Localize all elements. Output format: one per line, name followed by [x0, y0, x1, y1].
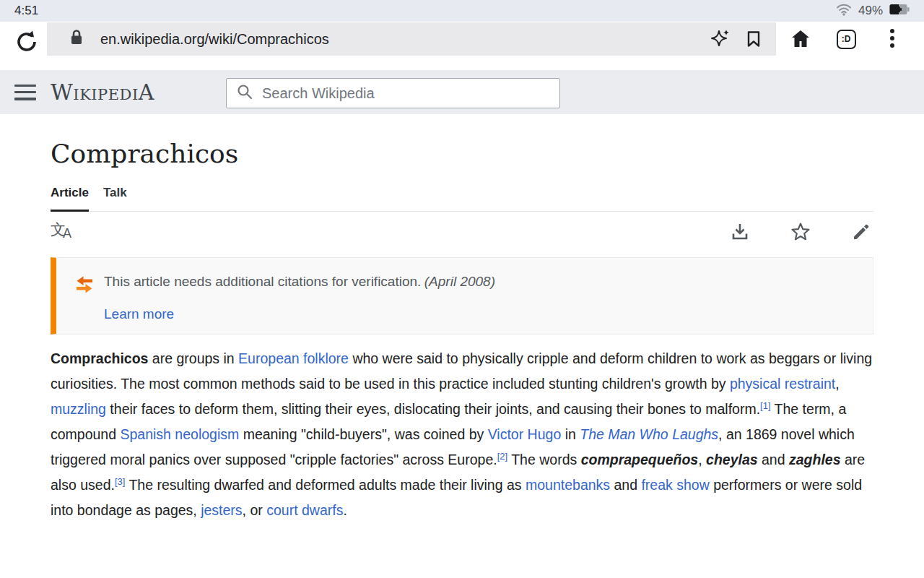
search-input[interactable] [262, 85, 559, 102]
paragraph-text: and [758, 452, 789, 467]
download-button[interactable] [728, 220, 752, 244]
screen: 4:51 49% [0, 0, 924, 578]
tab-count: :D [837, 30, 856, 49]
paragraph-text: comprapequeños [581, 452, 699, 467]
inline-link[interactable]: muzzling [51, 401, 106, 417]
tab-switcher-button[interactable]: :D [829, 22, 863, 56]
clock: 4:51 [14, 4, 38, 18]
paragraph-text: Comprachicos [51, 350, 148, 366]
inline-link[interactable]: European folklore [238, 350, 349, 366]
reference-link[interactable]: [1] [760, 400, 770, 411]
android-nav-bar [0, 532, 924, 578]
inline-link[interactable]: Victor Hugo [488, 426, 562, 442]
status-bar: 4:51 49% [0, 0, 924, 22]
battery-charging-icon [889, 4, 910, 18]
url-bar[interactable]: en.wikipedia.org/wiki/Comprachicos [47, 22, 776, 56]
citation-arrows-icon [74, 274, 95, 298]
paragraph-text: The words [507, 452, 581, 467]
paragraph-text: , [835, 376, 839, 392]
language-icon: 文A [51, 221, 75, 243]
reload-button[interactable] [14, 30, 39, 54]
paragraph-text: are groups in [148, 350, 238, 366]
tab-talk[interactable]: Talk [103, 186, 127, 211]
language-button[interactable]: 文A [51, 220, 75, 244]
search-icon [236, 83, 253, 103]
wikipedia-wordmark[interactable]: WikipediA [51, 79, 154, 105]
paragraph-text: The resulting dwarfed and deformed adult… [125, 477, 526, 493]
paragraph-text: their faces to deform them, slitting the… [106, 401, 760, 417]
wifi-icon [836, 3, 852, 19]
banner-message: This article needs additional citations … [104, 274, 421, 289]
paragraph-text: , or [243, 502, 267, 518]
inline-link[interactable]: physical restraint [730, 376, 835, 392]
paragraph-text: and [610, 477, 641, 493]
wikipedia-header: WikipediA [0, 70, 924, 114]
browser-toolbar: en.wikipedia.org/wiki/Comprachicos :D [0, 22, 924, 70]
paragraph-text: in [561, 426, 580, 442]
paragraph-text: meaning "child-buyers", was coined by [239, 426, 487, 442]
watchlist-star-button[interactable] [788, 220, 813, 244]
menu-icon[interactable] [14, 85, 36, 100]
battery-percent: 49% [858, 4, 883, 18]
page-title: Comprachicos [51, 138, 873, 169]
banner-date: (April 2008) [424, 274, 495, 289]
article-toolbar: 文A [51, 212, 873, 252]
lock-icon [69, 28, 84, 50]
lead-paragraph: Comprachicos are groups in European folk… [51, 346, 873, 523]
inline-link[interactable]: jesters [201, 502, 242, 518]
overflow-menu-button[interactable] [875, 22, 910, 56]
article-content: Comprachicos Article Talk 文A [0, 114, 924, 532]
paragraph-text: , [698, 452, 706, 467]
learn-more-link[interactable]: Learn more [104, 306, 174, 322]
reference-link[interactable]: [3] [115, 476, 125, 487]
home-button[interactable] [783, 22, 818, 56]
inline-link[interactable]: court dwarfs [266, 502, 343, 518]
inline-link[interactable]: Spanish neologism [120, 426, 239, 442]
inline-link[interactable]: mountebanks [526, 477, 610, 493]
search-box[interactable] [226, 78, 560, 108]
citation-needed-banner: This article needs additional citations … [51, 257, 873, 335]
paragraph-text: . [343, 502, 346, 518]
tab-article[interactable]: Article [51, 186, 89, 212]
url-text: en.wikipedia.org/wiki/Comprachicos [100, 31, 704, 48]
inline-link[interactable]: freak show [641, 477, 709, 493]
reference-link[interactable]: [2] [497, 451, 507, 462]
inline-link[interactable]: The Man Who Laughs [580, 426, 718, 442]
article-tabs: Article Talk [51, 186, 873, 212]
bookmark-button[interactable] [737, 22, 770, 56]
paragraph-text: zaghles [789, 452, 841, 467]
simplify-page-button[interactable] [704, 22, 737, 56]
edit-pencil-button[interactable] [849, 220, 873, 244]
paragraph-text: cheylas [706, 452, 758, 467]
